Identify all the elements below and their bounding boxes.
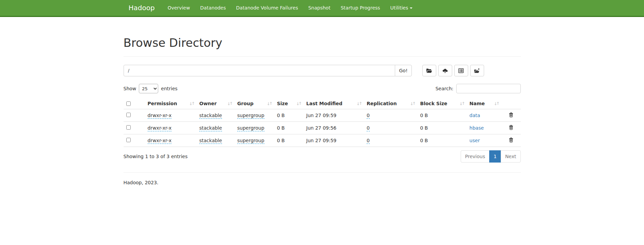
chevron-down-icon — [410, 7, 412, 9]
column-header-owner[interactable]: Owner↓↑ — [197, 99, 235, 109]
owner-editable[interactable]: stackable — [199, 138, 222, 144]
block-size-value: 0 B — [420, 125, 428, 131]
column-header-replication[interactable]: Replication↓↑ — [364, 99, 418, 109]
group-editable[interactable]: supergroup — [237, 138, 264, 144]
delete-button[interactable] — [509, 137, 513, 143]
sort-icon: ↓↑ — [189, 101, 194, 106]
entries-info: Showing 1 to 3 of 3 entries — [124, 154, 188, 159]
permission-editable[interactable]: drwxr-xr-x — [148, 138, 172, 144]
column-header-name[interactable]: Name↓↑ — [467, 99, 501, 109]
folder-move-icon — [474, 68, 480, 73]
owner-editable[interactable]: stackable — [199, 113, 222, 119]
top-navbar: Hadoop Overview Datanodes Datanode Volum… — [0, 0, 644, 17]
sort-icon: ↓↑ — [356, 101, 361, 106]
directory-path-input[interactable] — [124, 65, 395, 76]
delete-button[interactable] — [509, 125, 513, 130]
column-label: Block Size — [420, 101, 447, 106]
column-label: Permission — [148, 101, 177, 106]
row-select-checkbox[interactable] — [126, 125, 131, 130]
nav-links: Overview Datanodes Datanode Volume Failu… — [160, 0, 418, 16]
column-header-group[interactable]: Group↓↑ — [235, 99, 274, 109]
move-to-directory-button[interactable] — [470, 65, 484, 76]
directory-table: Permission↓↑ Owner↓↑ Group↓↑ Size↓↑ Last… — [124, 99, 521, 147]
block-size-value: 0 B — [420, 113, 428, 118]
pagination-page-1[interactable]: 1 — [489, 150, 501, 163]
row-select-checkbox[interactable] — [126, 113, 131, 117]
column-label: Group — [237, 101, 254, 106]
nav-snapshot[interactable]: Snapshot — [303, 0, 335, 16]
row-select-checkbox[interactable] — [126, 138, 131, 142]
nav-datanode-volume-failures[interactable]: Datanode Volume Failures — [231, 0, 303, 16]
replication-editable[interactable]: 0 — [367, 125, 370, 131]
column-label: Size — [277, 101, 288, 106]
path-row: Go! — [124, 65, 521, 76]
hdfs-browser-page: Hadoop Overview Datanodes Datanode Volum… — [0, 0, 644, 245]
entries-label: entries — [161, 86, 178, 91]
file-toolbar — [422, 65, 484, 76]
trash-icon — [509, 125, 513, 130]
dir-link[interactable]: user — [470, 138, 480, 143]
replication-editable[interactable]: 0 — [367, 138, 370, 144]
pagination-next[interactable]: Next — [501, 150, 521, 163]
size-value: 0 B — [277, 138, 285, 143]
nav-overview[interactable]: Overview — [163, 0, 195, 16]
folder-open-icon — [426, 68, 432, 73]
page-size-select[interactable]: 25 — [139, 84, 158, 93]
table-footer: Showing 1 to 3 of 3 entries Previous 1 N… — [124, 150, 521, 163]
nav-utilities-label: Utilities — [390, 5, 408, 11]
sort-icon: ↓↑ — [296, 101, 301, 106]
dir-link[interactable]: data — [470, 113, 480, 118]
go-button[interactable]: Go! — [395, 65, 411, 76]
site-footer-text: Hadoop, 2023. — [124, 180, 521, 185]
trash-icon — [509, 112, 513, 117]
column-header-size[interactable]: Size↓↑ — [274, 99, 303, 109]
group-editable[interactable]: supergroup — [237, 125, 264, 131]
nav-datanodes[interactable]: Datanodes — [195, 0, 231, 16]
permission-editable[interactable]: drwxr-xr-x — [148, 125, 172, 131]
search-label: Search: — [436, 86, 454, 91]
column-header-last-modified[interactable]: Last Modified↓↑ — [303, 99, 364, 109]
page-header: Browse Directory — [124, 36, 521, 57]
footer-divider — [124, 172, 521, 173]
sort-icon: ↓↑ — [410, 101, 415, 106]
group-editable[interactable]: supergroup — [237, 113, 264, 119]
column-label: Owner — [199, 101, 217, 106]
owner-editable[interactable]: stackable — [199, 125, 222, 131]
path-input-group: Go! — [124, 65, 412, 76]
cloud-upload-icon — [442, 68, 448, 73]
table-row: drwxr-xr-x stackable supergroup 0 B Jun … — [124, 109, 521, 122]
size-value: 0 B — [277, 125, 285, 131]
table-header-row: Permission↓↑ Owner↓↑ Group↓↑ Size↓↑ Last… — [124, 99, 521, 109]
select-all-checkbox[interactable] — [126, 101, 131, 106]
column-label: Name — [470, 101, 485, 106]
search-control: Search: — [436, 84, 521, 93]
nav-startup-progress[interactable]: Startup Progress — [335, 0, 385, 16]
sort-icon: ↓↑ — [267, 101, 272, 106]
show-entries-control: Show 25 entries — [124, 84, 178, 93]
column-header-permission[interactable]: Permission↓↑ — [145, 99, 197, 109]
table-row: drwxr-xr-x stackable supergroup 0 B Jun … — [124, 122, 521, 134]
brand-hadoop[interactable]: Hadoop — [124, 0, 160, 16]
show-label: Show — [124, 86, 136, 91]
nav-utilities-dropdown[interactable]: Utilities — [385, 0, 418, 16]
modified-value: Jun 27 09:59 — [306, 113, 336, 118]
main-content: Browse Directory Go! — [124, 36, 521, 185]
header-select-column[interactable] — [124, 99, 145, 109]
replication-editable[interactable]: 0 — [367, 113, 370, 119]
pagination-previous[interactable]: Previous — [461, 150, 490, 163]
sort-icon: ↓↑ — [494, 101, 498, 106]
permission-editable[interactable]: drwxr-xr-x — [148, 113, 172, 119]
create-directory-button[interactable] — [422, 65, 436, 76]
search-input[interactable] — [456, 84, 521, 93]
paste-list-button[interactable] — [454, 65, 468, 76]
upload-files-button[interactable] — [438, 65, 452, 76]
delete-button[interactable] — [509, 112, 513, 117]
pagination: Previous 1 Next — [461, 150, 521, 163]
column-label: Last Modified — [306, 101, 343, 106]
page-title: Browse Directory — [124, 36, 521, 50]
size-value: 0 B — [277, 113, 285, 118]
modified-value: Jun 27 09:56 — [306, 125, 336, 131]
table-row: drwxr-xr-x stackable supergroup 0 B Jun … — [124, 134, 521, 147]
column-header-block-size[interactable]: Block Size↓↑ — [418, 99, 467, 109]
dir-link[interactable]: hbase — [470, 125, 484, 131]
